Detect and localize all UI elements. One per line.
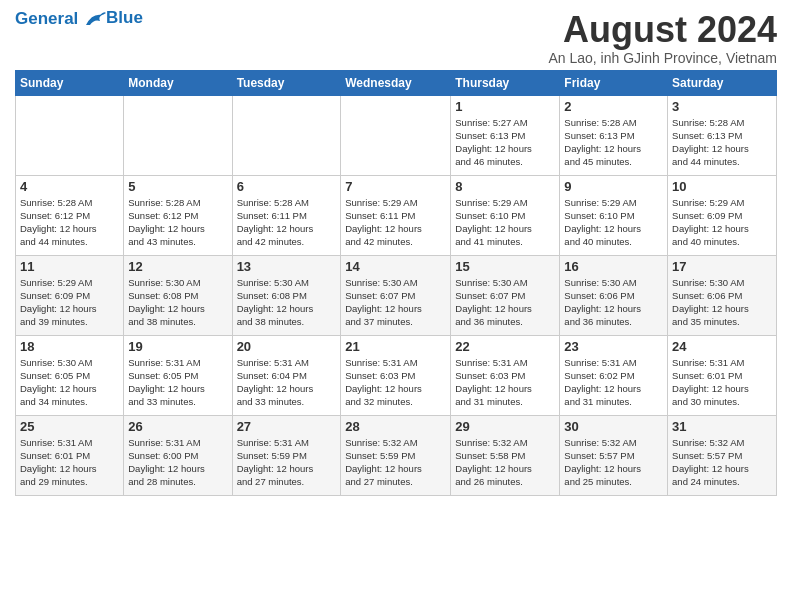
calendar-cell: 18Sunrise: 5:30 AMSunset: 6:05 PMDayligh…	[16, 335, 124, 415]
day-info: Sunrise: 5:30 AMSunset: 6:08 PMDaylight:…	[128, 276, 227, 329]
day-info: Sunrise: 5:30 AMSunset: 6:06 PMDaylight:…	[672, 276, 772, 329]
week-row-4: 18Sunrise: 5:30 AMSunset: 6:05 PMDayligh…	[16, 335, 777, 415]
calendar-cell: 17Sunrise: 5:30 AMSunset: 6:06 PMDayligh…	[668, 255, 777, 335]
day-info: Sunrise: 5:31 AMSunset: 6:03 PMDaylight:…	[455, 356, 555, 409]
calendar-cell: 21Sunrise: 5:31 AMSunset: 6:03 PMDayligh…	[341, 335, 451, 415]
calendar-cell: 1Sunrise: 5:27 AMSunset: 6:13 PMDaylight…	[451, 95, 560, 175]
day-number: 25	[20, 419, 119, 434]
calendar-cell: 11Sunrise: 5:29 AMSunset: 6:09 PMDayligh…	[16, 255, 124, 335]
calendar-cell: 4Sunrise: 5:28 AMSunset: 6:12 PMDaylight…	[16, 175, 124, 255]
header-tuesday: Tuesday	[232, 70, 341, 95]
calendar-cell: 8Sunrise: 5:29 AMSunset: 6:10 PMDaylight…	[451, 175, 560, 255]
logo-general: General	[15, 9, 78, 28]
calendar-cell: 31Sunrise: 5:32 AMSunset: 5:57 PMDayligh…	[668, 415, 777, 495]
day-info: Sunrise: 5:28 AMSunset: 6:12 PMDaylight:…	[128, 196, 227, 249]
day-number: 10	[672, 179, 772, 194]
calendar-cell: 5Sunrise: 5:28 AMSunset: 6:12 PMDaylight…	[124, 175, 232, 255]
day-info: Sunrise: 5:29 AMSunset: 6:10 PMDaylight:…	[564, 196, 663, 249]
day-info: Sunrise: 5:28 AMSunset: 6:13 PMDaylight:…	[564, 116, 663, 169]
day-number: 22	[455, 339, 555, 354]
calendar-cell: 24Sunrise: 5:31 AMSunset: 6:01 PMDayligh…	[668, 335, 777, 415]
day-number: 27	[237, 419, 337, 434]
calendar-cell: 26Sunrise: 5:31 AMSunset: 6:00 PMDayligh…	[124, 415, 232, 495]
day-info: Sunrise: 5:29 AMSunset: 6:09 PMDaylight:…	[20, 276, 119, 329]
day-number: 11	[20, 259, 119, 274]
day-info: Sunrise: 5:31 AMSunset: 6:01 PMDaylight:…	[20, 436, 119, 489]
calendar-cell: 7Sunrise: 5:29 AMSunset: 6:11 PMDaylight…	[341, 175, 451, 255]
day-info: Sunrise: 5:28 AMSunset: 6:11 PMDaylight:…	[237, 196, 337, 249]
day-number: 26	[128, 419, 227, 434]
day-info: Sunrise: 5:28 AMSunset: 6:12 PMDaylight:…	[20, 196, 119, 249]
day-number: 29	[455, 419, 555, 434]
calendar-cell: 16Sunrise: 5:30 AMSunset: 6:06 PMDayligh…	[560, 255, 668, 335]
day-number: 5	[128, 179, 227, 194]
day-number: 31	[672, 419, 772, 434]
week-row-1: 1Sunrise: 5:27 AMSunset: 6:13 PMDaylight…	[16, 95, 777, 175]
calendar-cell: 13Sunrise: 5:30 AMSunset: 6:08 PMDayligh…	[232, 255, 341, 335]
day-info: Sunrise: 5:30 AMSunset: 6:06 PMDaylight:…	[564, 276, 663, 329]
day-number: 28	[345, 419, 446, 434]
calendar-table: Sunday Monday Tuesday Wednesday Thursday…	[15, 70, 777, 496]
day-info: Sunrise: 5:32 AMSunset: 5:57 PMDaylight:…	[564, 436, 663, 489]
day-info: Sunrise: 5:31 AMSunset: 6:03 PMDaylight:…	[345, 356, 446, 409]
header-sunday: Sunday	[16, 70, 124, 95]
day-number: 13	[237, 259, 337, 274]
day-info: Sunrise: 5:30 AMSunset: 6:05 PMDaylight:…	[20, 356, 119, 409]
day-info: Sunrise: 5:32 AMSunset: 5:59 PMDaylight:…	[345, 436, 446, 489]
calendar-cell: 3Sunrise: 5:28 AMSunset: 6:13 PMDaylight…	[668, 95, 777, 175]
day-info: Sunrise: 5:30 AMSunset: 6:08 PMDaylight:…	[237, 276, 337, 329]
calendar-cell: 12Sunrise: 5:30 AMSunset: 6:08 PMDayligh…	[124, 255, 232, 335]
logo: General Blue	[15, 10, 143, 29]
calendar-cell: 9Sunrise: 5:29 AMSunset: 6:10 PMDaylight…	[560, 175, 668, 255]
day-number: 23	[564, 339, 663, 354]
day-number: 9	[564, 179, 663, 194]
calendar-cell: 27Sunrise: 5:31 AMSunset: 5:59 PMDayligh…	[232, 415, 341, 495]
calendar-cell: 30Sunrise: 5:32 AMSunset: 5:57 PMDayligh…	[560, 415, 668, 495]
day-number: 18	[20, 339, 119, 354]
day-number: 16	[564, 259, 663, 274]
page-container: General Blue August 2024 An Lao, inh GJi…	[0, 0, 792, 506]
calendar-cell	[16, 95, 124, 175]
header-monday: Monday	[124, 70, 232, 95]
day-number: 7	[345, 179, 446, 194]
calendar-cell: 20Sunrise: 5:31 AMSunset: 6:04 PMDayligh…	[232, 335, 341, 415]
day-number: 14	[345, 259, 446, 274]
page-header: General Blue August 2024 An Lao, inh GJi…	[15, 10, 777, 66]
calendar-cell: 23Sunrise: 5:31 AMSunset: 6:02 PMDayligh…	[560, 335, 668, 415]
day-number: 1	[455, 99, 555, 114]
day-info: Sunrise: 5:29 AMSunset: 6:09 PMDaylight:…	[672, 196, 772, 249]
day-info: Sunrise: 5:28 AMSunset: 6:13 PMDaylight:…	[672, 116, 772, 169]
header-wednesday: Wednesday	[341, 70, 451, 95]
day-number: 21	[345, 339, 446, 354]
calendar-cell: 19Sunrise: 5:31 AMSunset: 6:05 PMDayligh…	[124, 335, 232, 415]
day-number: 12	[128, 259, 227, 274]
calendar-cell: 10Sunrise: 5:29 AMSunset: 6:09 PMDayligh…	[668, 175, 777, 255]
week-row-3: 11Sunrise: 5:29 AMSunset: 6:09 PMDayligh…	[16, 255, 777, 335]
day-number: 24	[672, 339, 772, 354]
day-info: Sunrise: 5:31 AMSunset: 6:00 PMDaylight:…	[128, 436, 227, 489]
calendar-cell: 15Sunrise: 5:30 AMSunset: 6:07 PMDayligh…	[451, 255, 560, 335]
week-row-5: 25Sunrise: 5:31 AMSunset: 6:01 PMDayligh…	[16, 415, 777, 495]
day-number: 20	[237, 339, 337, 354]
day-info: Sunrise: 5:32 AMSunset: 5:57 PMDaylight:…	[672, 436, 772, 489]
day-info: Sunrise: 5:31 AMSunset: 5:59 PMDaylight:…	[237, 436, 337, 489]
day-number: 8	[455, 179, 555, 194]
calendar-cell: 25Sunrise: 5:31 AMSunset: 6:01 PMDayligh…	[16, 415, 124, 495]
calendar-cell: 6Sunrise: 5:28 AMSunset: 6:11 PMDaylight…	[232, 175, 341, 255]
day-number: 30	[564, 419, 663, 434]
day-info: Sunrise: 5:31 AMSunset: 6:02 PMDaylight:…	[564, 356, 663, 409]
day-number: 19	[128, 339, 227, 354]
weekday-header-row: Sunday Monday Tuesday Wednesday Thursday…	[16, 70, 777, 95]
day-number: 4	[20, 179, 119, 194]
week-row-2: 4Sunrise: 5:28 AMSunset: 6:12 PMDaylight…	[16, 175, 777, 255]
day-number: 6	[237, 179, 337, 194]
day-number: 2	[564, 99, 663, 114]
day-info: Sunrise: 5:31 AMSunset: 6:04 PMDaylight:…	[237, 356, 337, 409]
day-info: Sunrise: 5:30 AMSunset: 6:07 PMDaylight:…	[455, 276, 555, 329]
day-info: Sunrise: 5:29 AMSunset: 6:11 PMDaylight:…	[345, 196, 446, 249]
day-info: Sunrise: 5:31 AMSunset: 6:01 PMDaylight:…	[672, 356, 772, 409]
day-info: Sunrise: 5:29 AMSunset: 6:10 PMDaylight:…	[455, 196, 555, 249]
header-thursday: Thursday	[451, 70, 560, 95]
calendar-cell: 2Sunrise: 5:28 AMSunset: 6:13 PMDaylight…	[560, 95, 668, 175]
day-number: 3	[672, 99, 772, 114]
